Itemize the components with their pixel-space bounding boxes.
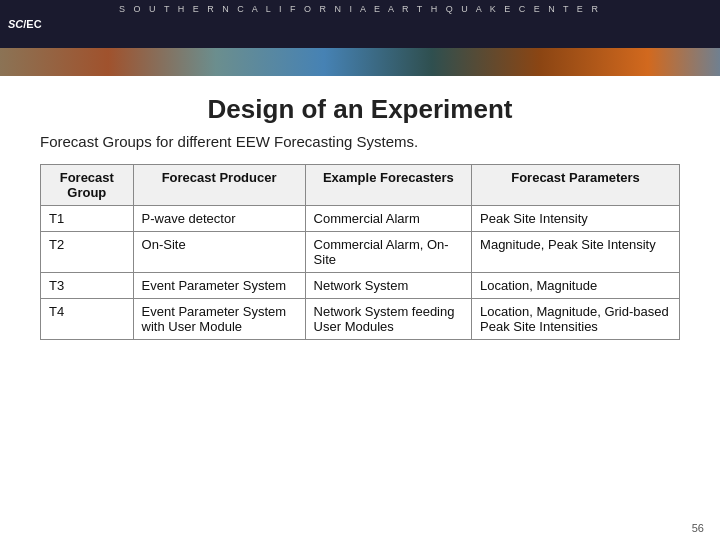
forecast-table: Forecast Group Forecast Producer Example… (40, 164, 680, 340)
cell-parameters: Location, Magnitude, Grid-based Peak Sit… (472, 299, 680, 340)
table-row: T2On-SiteCommercial Alarm, On-SiteMagnit… (41, 232, 680, 273)
cell-parameters: Magnitude, Peak Site Intensity (472, 232, 680, 273)
col-header-producer: Forecast Producer (133, 165, 305, 206)
cell-forecasters: Commercial Alarm, On-Site (305, 232, 472, 273)
cell-parameters: Location, Magnitude (472, 273, 680, 299)
logo: SC /EC (8, 18, 42, 30)
col-header-group: Forecast Group (41, 165, 134, 206)
table-row: T3Event Parameter SystemNetwork SystemLo… (41, 273, 680, 299)
logo-sc: SC (8, 18, 23, 30)
cell-forecasters: Network System (305, 273, 472, 299)
header-banner: SC /EC S O U T H E R N C A L I F O R N I… (0, 0, 720, 48)
cell-forecasters: Commercial Alarm (305, 206, 472, 232)
subtitle: Forecast Groups for different EEW Foreca… (40, 133, 680, 150)
page-title: Design of an Experiment (40, 94, 680, 125)
main-content: Design of an Experiment Forecast Groups … (0, 76, 720, 350)
cell-producer: Event Parameter System (133, 273, 305, 299)
cell-parameters: Peak Site Intensity (472, 206, 680, 232)
table-header-row: Forecast Group Forecast Producer Example… (41, 165, 680, 206)
page-number: 56 (692, 522, 704, 534)
col-header-forecasters: Example Forecasters (305, 165, 472, 206)
table-row: T1P-wave detectorCommercial AlarmPeak Si… (41, 206, 680, 232)
cell-producer: Event Parameter System with User Module (133, 299, 305, 340)
header-text: S O U T H E R N C A L I F O R N I A E A … (119, 4, 601, 14)
footer: 56 (692, 522, 704, 534)
cell-producer: On-Site (133, 232, 305, 273)
col-header-parameters: Forecast Parameters (472, 165, 680, 206)
banner-images (0, 48, 720, 76)
cell-group: T2 (41, 232, 134, 273)
cell-producer: P-wave detector (133, 206, 305, 232)
cell-group: T4 (41, 299, 134, 340)
cell-group: T1 (41, 206, 134, 232)
logo-ec: /EC (23, 18, 41, 30)
table-row: T4Event Parameter System with User Modul… (41, 299, 680, 340)
cell-group: T3 (41, 273, 134, 299)
cell-forecasters: Network System feeding User Modules (305, 299, 472, 340)
